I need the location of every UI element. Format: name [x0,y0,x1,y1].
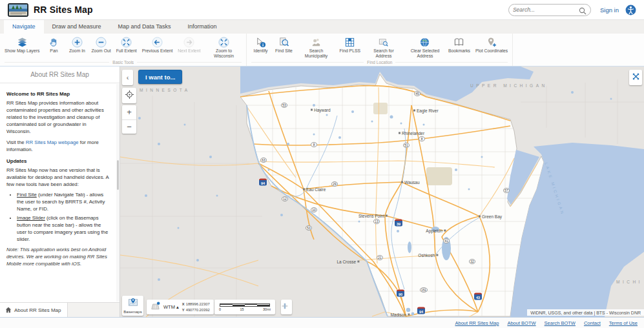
scale-labels: 01530mi [219,307,271,311]
tool-show-map-layers[interactable]: Show Map Layers [2,36,42,54]
updates-list: Find Site (under Navigate Tab) - allows … [17,192,112,243]
map-viewport[interactable]: MINNESOTAUPPER MICHIGANLAKE MICHIGANMICH… [120,67,644,317]
visit-line: Visit the RR Sites Map webpage for more … [6,139,112,154]
projection-selector[interactable]: WTM ▴ [163,304,179,310]
zoom-to-wisconsin-icon [218,36,229,48]
tool-zoom-in[interactable]: Zoom In [65,36,88,54]
collapse-panel-button[interactable]: ‹ [122,70,133,85]
next-extent-icon [183,36,194,48]
identify-icon [255,36,266,48]
ribbon-tabbar: Navigate Draw and Measure Map and Data T… [0,19,644,34]
tool-label: Next Extent [178,48,200,54]
app-header: RR Sites Map Sign in [0,0,644,19]
tab-information[interactable]: Information [179,20,225,34]
basemaps-label: Basemaps [123,310,141,314]
wisconsin-dnr-logo [8,3,28,17]
tool-label: Previous Extent [142,48,173,54]
layers-icon [17,36,28,48]
accessibility-icon[interactable] [625,5,636,15]
tool-label: Zoom to Wisconsin [205,48,242,59]
locate-me-button[interactable] [122,88,136,103]
tool-clear-selected-address[interactable]: Clear Selected Address [404,36,446,59]
sidebar-scrollbar[interactable] [116,84,119,302]
tool-label: Bookmarks [448,48,470,54]
tool-previous-extent[interactable]: Previous Extent [140,36,176,54]
sidebar-bottom-tabs: About RR Sites Map [0,302,119,317]
list-item: Image Slider (click on the Basemaps butt… [17,215,112,243]
footer-link-about-rr-sites-map[interactable]: About RR Sites Map [455,320,499,326]
tool-zoom-to-wisconsin[interactable]: Zoom to Wisconsin [203,36,244,59]
address-search-icon [378,36,389,48]
footer-link-terms-of-use[interactable]: Terms of Use [609,320,638,326]
coordinate-grid-icon [151,301,160,313]
sidebar-tab-label: About RR Sites Map [14,307,61,313]
tab-map-and-data-tasks[interactable]: Map and Data Tasks [110,20,180,34]
image-slider-link[interactable]: Image Slider [17,215,45,221]
tool-plot-coordinates[interactable]: Plot Coordinates [473,36,510,54]
tool-label: Clear Selected Address [407,48,443,59]
home-icon [5,307,12,313]
cursor-coordinates: X188996.22307 Y490770.20392 [182,302,210,313]
zoom-out-icon [96,36,107,48]
plot-coordinates-icon [486,36,497,48]
basemaps-icon [128,298,138,309]
basemaps-button[interactable]: Basemaps [122,296,143,316]
tool-label: Show Map Layers [5,48,39,54]
tool-label: Plot Coordinates [475,48,508,54]
ribbon-filler [513,34,644,66]
footer-link-search-botw[interactable]: Search BOTW [545,320,576,326]
search-input[interactable] [513,6,579,13]
rr-sites-map-webpage-link[interactable]: RR Sites Map webpage [26,139,79,145]
pan-icon [48,36,59,48]
tool-bookmarks[interactable]: Bookmarks [446,36,473,54]
app-title: RR Sites Map [34,5,93,15]
search-box[interactable] [508,4,591,16]
tool-full-extent[interactable]: Full Extent [114,36,140,54]
find-site-icon [278,36,289,48]
tool-zoom-out[interactable]: Zoom Out [88,36,113,54]
i-want-to-button[interactable]: I want to... [138,70,182,84]
sidebar-content: Welcome to RR Sites Map RR Sites Map pro… [0,83,119,302]
toolbar-group-label: Find Location [251,59,508,65]
sidebar-title: About RR Sites Map [0,67,119,83]
page-footer: About RR Sites MapAbout BOTWSearch BOTWC… [0,317,644,328]
basemap-canvas [120,67,644,317]
ribbon: Show Map LayersPanZoom InZoom OutFull Ex… [0,34,644,67]
updates-text: RR Sites Map now has one version that is… [6,167,112,189]
tool-find-plss[interactable]: Find PLSS [337,36,363,54]
toggle-tools-icon [632,72,640,83]
toolbar-toggle-button[interactable] [629,70,642,85]
sidebar-tab-about-rr-sites-map[interactable]: About RR Sites Map [0,303,68,317]
municipality-icon [311,36,322,48]
tool-label: Find Site [275,48,293,54]
search-icon[interactable] [579,6,587,14]
footer-link-contact[interactable]: Contact [584,320,601,326]
bookmarks-icon [453,36,464,48]
tool-identify[interactable]: Identify [249,36,272,54]
tab-navigate[interactable]: Navigate [4,20,44,34]
zoom-in-icon [72,36,83,48]
compatibility-note: Note: This application works best on And… [6,247,112,268]
globe-icon [419,36,430,48]
map-zoom-control: + − [122,105,136,134]
tool-label: Search Municipality [298,48,334,59]
updates-heading: Updates [6,158,112,165]
tab-draw-and-measure[interactable]: Draw and Measure [44,20,110,34]
tool-label: Zoom In [69,48,85,54]
tool-pan[interactable]: Pan [42,36,65,54]
tool-search-for-address[interactable]: Search for Address [363,36,404,59]
footer-link-about-botw[interactable]: About BOTW [507,320,535,326]
image-slider-button[interactable] [281,300,292,314]
sign-in-link[interactable]: Sign in [600,6,619,14]
map-zoom-out-button[interactable]: − [122,120,136,134]
tool-label: Find PLSS [339,48,360,54]
tool-label: Search for Address [366,48,402,59]
map-zoom-in-button[interactable]: + [122,105,136,120]
tool-find-site[interactable]: Find Site [272,36,295,54]
find-site-link[interactable]: Find Site [17,192,37,198]
toolbar-group-label: Basic Tools [5,59,242,65]
map-attribution: WiDNR, USGS, and other data | BTS - Wisc… [527,309,644,316]
tool-search-municipality[interactable]: Search Municipality [295,36,337,59]
welcome-text: RR Sites Map provides information about … [6,100,112,136]
scrollbar-thumb[interactable] [117,160,119,190]
